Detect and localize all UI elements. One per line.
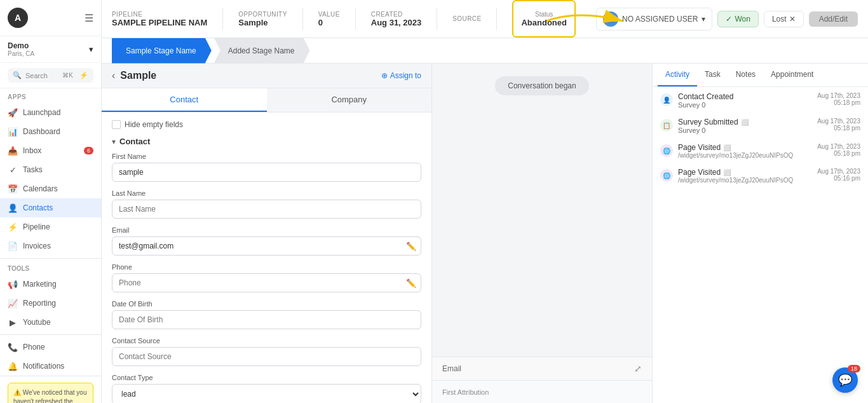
sidebar-item-marketing[interactable]: 📢 Marketing — [0, 275, 101, 294]
sidebar-item-notifications[interactable]: 🔔 Notifications — [0, 357, 101, 376]
contact-source-group: Contact Source — [112, 337, 421, 366]
first-name-input[interactable] — [112, 163, 421, 182]
stage-tab-added[interactable]: Added Stage Name — [214, 38, 310, 64]
contact-source-input[interactable] — [112, 347, 421, 366]
sidebar-item-label: Marketing — [23, 280, 57, 289]
sidebar-item-tasks[interactable]: ✓ Tasks — [0, 160, 101, 179]
first-attribution: First Attribution — [432, 380, 652, 403]
chat-bubble[interactable]: 💬 18 — [832, 367, 858, 393]
middle-panel: Conversation began Email ⤢ First Attribu… — [432, 64, 652, 403]
activity-time: 05:16 pm — [817, 175, 860, 182]
collapse-icon[interactable]: ▾ — [112, 137, 116, 146]
task-tab-label: Task — [705, 70, 721, 79]
dob-input[interactable] — [112, 310, 421, 329]
sidebar-divider — [0, 258, 101, 259]
sidebar-item-launchpad[interactable]: 🚀 Launchpad — [0, 103, 101, 122]
sidebar-item-label: Notifications — [23, 362, 64, 371]
activity-title-text: Page Visited — [678, 143, 721, 152]
activity-url: /widget/survey/mo13jeZgJ20euuNIPsOQ — [678, 177, 812, 184]
inbox-badge: 6 — [84, 147, 93, 154]
tasks-icon: ✓ — [8, 165, 18, 175]
sidebar-item-label: Contacts — [23, 203, 53, 212]
hide-empty-checkbox[interactable] — [112, 120, 121, 129]
sidebar-item-youtube[interactable]: ▶ Youtube — [0, 313, 101, 332]
value-label: Value — [318, 11, 340, 18]
last-name-label: Last Name — [112, 189, 421, 197]
search-shortcut: ⌘K — [62, 72, 73, 79]
stage-tab-sample[interactable]: Sample Stage Name — [112, 38, 212, 64]
created-label: Created — [371, 11, 422, 18]
tab-notes[interactable]: Notes — [728, 64, 763, 86]
assign-to-button[interactable]: ⊕ Assign to — [381, 71, 421, 80]
email-input[interactable] — [112, 236, 421, 256]
sidebar-item-dashboard[interactable]: 📊 Dashboard — [0, 122, 101, 141]
company-tab-label: Company — [331, 95, 367, 104]
activity-content: Contact Created Survey 0 — [678, 92, 812, 109]
conversation-began-button[interactable]: Conversation began — [495, 76, 588, 95]
tab-appointment[interactable]: Appointment — [763, 64, 821, 86]
sidebar-item-reporting[interactable]: 📈 Reporting — [0, 294, 101, 313]
sidebar-item-label: Tasks — [23, 165, 43, 174]
tab-company[interactable]: Company — [267, 88, 432, 112]
last-name-input[interactable] — [112, 200, 421, 219]
activity-timestamp: Aug 17th, 2023 05:16 pm — [817, 168, 860, 184]
tab-activity[interactable]: Activity — [658, 64, 697, 86]
header-divider4 — [437, 8, 437, 30]
edit-icon[interactable]: ✏️ — [406, 242, 416, 251]
stage-tab-label: Sample Stage Name — [126, 46, 196, 55]
sidebar-location[interactable]: Demo Paris, CA ▾ — [0, 36, 101, 63]
search-button[interactable]: 🔍 Search ⌘K ⚡ — [8, 68, 93, 83]
sidebar-item-label: Pipeline — [23, 222, 50, 231]
check-icon: ⬜ — [723, 169, 731, 176]
expand-icon[interactable]: ⤢ — [634, 364, 642, 374]
contact-type-select[interactable]: lead prospect customer — [112, 384, 421, 403]
tab-task[interactable]: Task — [697, 64, 728, 86]
value-section: Value 0 — [318, 0, 340, 38]
hamburger-icon[interactable]: ☰ — [85, 12, 93, 24]
sidebar-item-calendars[interactable]: 📅 Calendars — [0, 179, 101, 198]
calendars-icon: 📅 — [8, 184, 18, 194]
contact-type-group: Contact Type lead prospect customer — [112, 374, 421, 403]
sidebar-item-inbox[interactable]: 📥 Inbox 6 — [0, 141, 101, 160]
phone-icon: 📞 — [8, 342, 18, 352]
phone-input[interactable] — [112, 273, 421, 292]
sidebar-item-label: Calendars — [23, 184, 58, 193]
created-value: Aug 31, 2023 — [371, 18, 422, 27]
contact-type-label: Contact Type — [112, 374, 421, 381]
survey-submitted-icon: 📋 — [660, 119, 673, 132]
plus-icon: ⊕ — [381, 71, 388, 80]
sidebar-item-label: Phone — [23, 343, 45, 352]
lost-button[interactable]: Lost ✕ — [764, 11, 804, 27]
sidebar-item-invoices[interactable]: 📄 Invoices — [0, 236, 101, 256]
source-label: Source — [452, 15, 481, 22]
left-panel: ‹ Sample ⊕ Assign to Contact Company — [102, 64, 432, 403]
hide-empty-label[interactable]: Hide empty fields — [125, 120, 183, 129]
check-icon: ⬜ — [741, 119, 749, 126]
sidebar-header: A ☰ — [0, 0, 101, 36]
pipeline-value: SAMPLE PIPELINE NAM — [112, 18, 207, 27]
contacts-icon: 👤 — [8, 203, 18, 213]
opportunity-value: Sample — [238, 18, 287, 27]
sidebar-item-label: Reporting — [23, 299, 56, 308]
sidebar-item-contacts[interactable]: 👤 Contacts — [0, 198, 101, 217]
inbox-icon: 📥 — [8, 146, 18, 156]
tab-contact[interactable]: Contact — [102, 88, 267, 112]
warning-text: We've noticed that you haven't refreshed… — [13, 389, 87, 403]
assigned-user-button[interactable]: 👤 NO ASSIGNED USER ▾ — [596, 8, 712, 31]
chevron-down-icon: ▾ — [702, 15, 705, 24]
activity-item-survey-submitted: 📋 Survey Submitted ⬜ Survey 0 Aug 17th, … — [660, 118, 860, 134]
back-button[interactable]: ‹ — [112, 70, 115, 81]
sidebar-avatar: A — [8, 8, 28, 28]
panel-title: Sample — [120, 70, 156, 81]
action-button[interactable]: Add/Edit — [809, 11, 858, 27]
assigned-user-icon: 👤 — [603, 11, 618, 27]
edit-phone-icon[interactable]: ✏️ — [406, 278, 416, 288]
activity-title: Survey Submitted ⬜ — [678, 118, 812, 126]
sidebar-item-phone[interactable]: 📞 Phone — [0, 338, 101, 357]
sidebar-item-label: Youtube — [23, 318, 51, 327]
check-icon: ⬜ — [723, 144, 731, 151]
sidebar-item-pipeline[interactable]: ⚡ Pipeline — [0, 217, 101, 236]
activity-date: Aug 17th, 2023 — [817, 118, 860, 125]
activity-item-page-visited-2: 🌐 Page Visited ⬜ /widget/survey/mo13jeZg… — [660, 168, 860, 184]
won-button[interactable]: ✓ Won — [717, 11, 758, 27]
